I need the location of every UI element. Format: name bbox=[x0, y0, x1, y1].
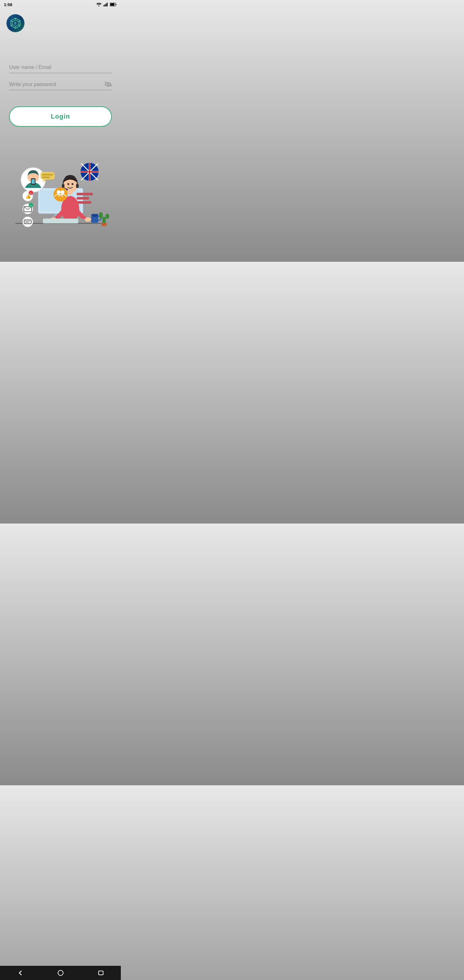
svg-rect-28 bbox=[76, 184, 79, 188]
svg-rect-35 bbox=[43, 219, 78, 223]
svg-rect-38 bbox=[102, 217, 106, 223]
svg-text:B: B bbox=[14, 22, 16, 25]
svg-point-40 bbox=[105, 214, 109, 219]
toggle-password-icon[interactable] bbox=[105, 81, 112, 88]
svg-text:2: 2 bbox=[30, 192, 32, 195]
svg-point-58 bbox=[60, 190, 64, 194]
svg-rect-37 bbox=[92, 215, 98, 216]
form-area: Login bbox=[0, 36, 121, 133]
logo-svg: B bbox=[10, 18, 21, 29]
illustration-area: 👍 2 ✓ bbox=[0, 146, 121, 236]
svg-rect-3 bbox=[106, 3, 106, 6]
svg-rect-27 bbox=[62, 184, 64, 188]
wifi-icon bbox=[96, 3, 102, 6]
svg-rect-48 bbox=[42, 177, 50, 178]
svg-point-31 bbox=[67, 183, 69, 185]
signal-icon bbox=[103, 3, 108, 6]
password-wrapper bbox=[9, 79, 112, 90]
svg-point-39 bbox=[99, 212, 103, 219]
login-button[interactable]: Login bbox=[9, 107, 112, 127]
svg-point-32 bbox=[72, 183, 73, 185]
svg-rect-22 bbox=[77, 197, 89, 200]
illustration-svg: 👍 2 ✓ bbox=[6, 146, 115, 236]
svg-rect-21 bbox=[77, 193, 93, 196]
svg-point-0 bbox=[99, 6, 100, 7]
svg-rect-23 bbox=[77, 201, 91, 204]
svg-rect-6 bbox=[110, 3, 114, 6]
svg-point-30 bbox=[66, 189, 68, 191]
svg-point-34 bbox=[85, 217, 91, 222]
svg-rect-41 bbox=[102, 223, 106, 226]
svg-rect-1 bbox=[103, 5, 104, 6]
logo-container: B bbox=[0, 9, 121, 36]
username-input[interactable] bbox=[9, 62, 112, 73]
battery-icon bbox=[110, 3, 117, 6]
status-bar: 1:58 bbox=[0, 0, 121, 9]
password-input[interactable] bbox=[9, 79, 112, 90]
svg-point-57 bbox=[57, 190, 60, 194]
svg-rect-45 bbox=[32, 179, 35, 184]
svg-rect-2 bbox=[105, 5, 106, 7]
status-icons bbox=[96, 3, 117, 6]
app-logo: B bbox=[6, 14, 24, 32]
svg-rect-4 bbox=[107, 3, 108, 6]
svg-rect-46 bbox=[41, 172, 55, 180]
svg-text:✓: ✓ bbox=[30, 204, 32, 207]
status-time: 1:58 bbox=[4, 2, 12, 7]
svg-rect-47 bbox=[42, 174, 53, 175]
username-wrapper bbox=[9, 62, 112, 73]
